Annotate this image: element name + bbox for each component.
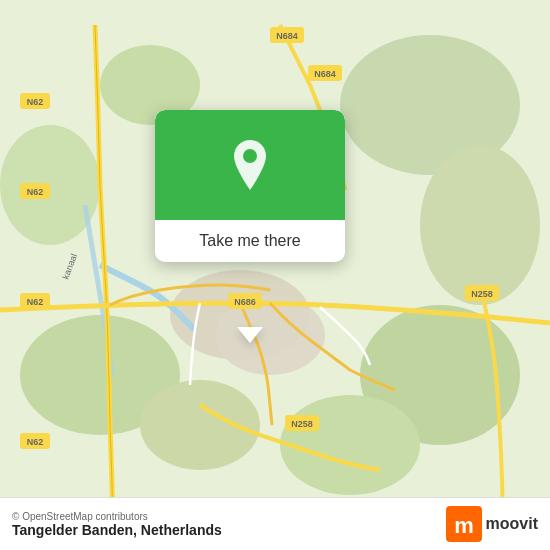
- svg-point-7: [140, 380, 260, 470]
- svg-text:N258: N258: [471, 289, 493, 299]
- svg-text:N684: N684: [314, 69, 336, 79]
- map-container: N62 N62 N62 N62 N684 N684 N686 N258 N258…: [0, 0, 550, 550]
- svg-text:N62: N62: [27, 187, 44, 197]
- footer: © OpenStreetMap contributors Tangelder B…: [0, 497, 550, 550]
- moovit-logo: m moovit: [446, 506, 538, 542]
- location-name: Tangelder Banden, Netherlands: [12, 522, 222, 538]
- svg-text:m: m: [454, 513, 474, 538]
- location-pin-icon: [228, 138, 272, 192]
- svg-point-6: [0, 125, 100, 245]
- svg-text:N62: N62: [27, 297, 44, 307]
- svg-point-2: [420, 145, 540, 305]
- svg-text:N62: N62: [27, 437, 44, 447]
- take-me-there-button[interactable]: Take me there: [199, 232, 300, 250]
- moovit-label: moovit: [486, 515, 538, 533]
- svg-text:N258: N258: [291, 419, 313, 429]
- svg-point-30: [243, 149, 257, 163]
- svg-text:N62: N62: [27, 97, 44, 107]
- popup-text-area: Take me there: [155, 220, 345, 262]
- popup-green-header: [155, 110, 345, 220]
- svg-text:N684: N684: [276, 31, 298, 41]
- svg-text:N686: N686: [234, 297, 256, 307]
- footer-left: © OpenStreetMap contributors Tangelder B…: [12, 511, 222, 538]
- svg-point-4: [280, 395, 420, 495]
- popup-tail: [237, 327, 263, 343]
- osm-credit: © OpenStreetMap contributors: [12, 511, 222, 522]
- popup-card: Take me there: [155, 110, 345, 262]
- moovit-icon: m: [446, 506, 482, 542]
